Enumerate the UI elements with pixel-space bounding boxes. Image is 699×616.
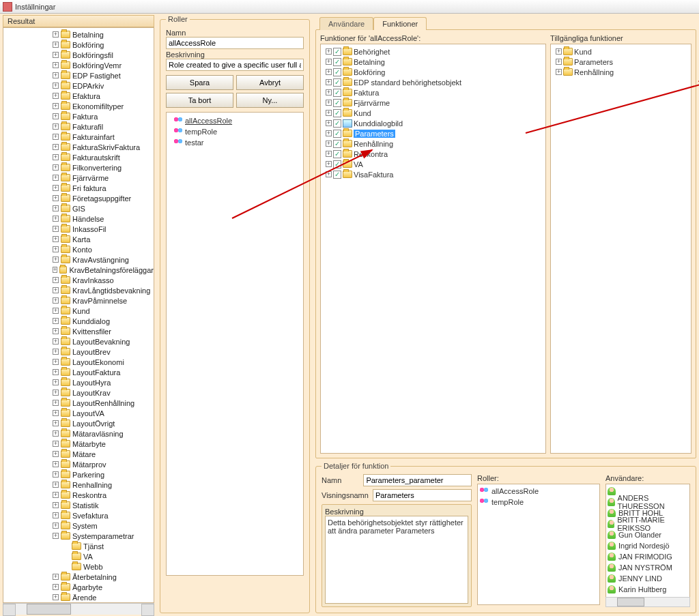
expand-icon[interactable]: + [556,59,562,65]
expand-icon[interactable]: + [53,451,59,457]
expand-icon[interactable]: + [53,523,59,529]
checkbox-icon[interactable] [333,58,341,66]
expand-icon[interactable]: + [556,69,562,75]
det-user-row[interactable]: Ingrid Nordesjö [608,540,688,551]
expand-icon[interactable]: + [326,110,332,116]
assigned-tree[interactable]: +Behörighet+Betalning+Bokföring+EDP stan… [320,44,546,454]
expand-icon[interactable]: + [53,349,59,355]
det-role-row[interactable]: tempRole [479,497,598,508]
expand-icon[interactable]: + [53,195,59,201]
tree-row[interactable]: +Webb [3,561,154,572]
expand-icon[interactable]: + [53,226,59,232]
expand-icon[interactable]: + [53,390,59,396]
save-button[interactable]: Spara [166,75,233,90]
tree-row[interactable]: +LayoutKrav [3,387,154,398]
role-row[interactable]: allAccessRole [169,115,300,126]
tree-row[interactable]: +Mätare [3,449,154,459]
checkbox-icon[interactable] [333,89,341,97]
expand-icon[interactable]: + [53,369,59,375]
checkbox-icon[interactable] [333,130,341,138]
tree-row[interactable]: +Bokföring [3,40,154,50]
expand-icon[interactable]: + [53,267,57,273]
expand-icon[interactable]: + [53,42,59,48]
expand-icon[interactable]: + [53,441,59,447]
expand-icon[interactable]: + [53,502,59,508]
expand-icon[interactable]: + [53,297,59,304]
expand-icon[interactable]: + [53,154,59,160]
delete-button[interactable]: Ta bort [166,93,233,108]
expand-icon[interactable]: + [326,171,332,177]
tree-row[interactable]: +KravAvstängning [3,254,154,265]
tree-row[interactable]: +Bokföringsfil [3,50,154,60]
tree-row[interactable]: +Återbetalning [3,572,154,582]
tree-row[interactable]: +LayoutEkonomi [3,357,154,367]
expand-icon[interactable]: + [53,236,59,242]
tree-row[interactable]: +Kunddialog [3,316,154,326]
expand-icon[interactable]: + [53,93,59,99]
tree-row[interactable]: +Mätarbyte [3,439,154,449]
checkbox-icon[interactable] [333,150,341,158]
expand-icon[interactable]: + [326,79,332,85]
available-tree[interactable]: +Kund+Parameters+Renhållning [550,44,691,454]
tree-row[interactable]: +EDPArkiv [3,80,154,91]
det-roles-list[interactable]: allAccessRoletempRole [477,484,600,605]
expand-icon[interactable]: + [53,533,59,539]
expand-icon[interactable]: + [53,482,59,488]
expand-icon[interactable]: + [53,62,59,68]
tree-row[interactable]: +Fjärrvärme [3,173,154,183]
det-desc-text[interactable]: Detta behörighetsobjektet styr rättighet… [325,516,468,604]
expand-icon[interactable]: + [53,461,59,467]
tree-row[interactable]: +Tjänst [3,541,154,551]
det-name-input[interactable] [363,474,472,486]
expand-icon[interactable]: + [53,379,59,385]
checkbox-icon[interactable] [333,119,341,128]
tree-row[interactable]: +InkassoFil [3,224,154,234]
checkbox-icon[interactable] [333,99,341,107]
tree-row[interactable]: +Karta [3,234,154,244]
tree-row[interactable]: +System [3,520,154,531]
expand-icon[interactable]: + [326,130,332,136]
tree-row[interactable]: +Ägarbyte [3,582,154,592]
tree-row[interactable]: +Mätarprov [3,459,154,469]
tree-row[interactable]: +Betalning [3,29,154,40]
expand-icon[interactable]: + [53,400,59,406]
tree-row[interactable]: +Renhallning [3,480,154,490]
roles-tree[interactable]: allAccessRoletempRoletestar [166,112,304,576]
expand-icon[interactable]: + [53,574,59,580]
tree-row[interactable]: +Fri faktura [3,183,154,193]
det-user-row[interactable]: JENNY LIND [608,573,688,584]
checkbox-icon[interactable] [333,160,341,168]
tree-row[interactable]: +EDP Fastighet [3,70,154,80]
checkbox-icon[interactable] [333,171,341,179]
expand-icon[interactable]: + [326,69,332,75]
checkbox-icon[interactable] [333,109,341,117]
tree-row[interactable]: +KravInkasso [3,275,154,285]
tree-row[interactable]: +Fakturautskrift [3,152,154,162]
function-row[interactable]: +Renhållning [553,67,689,77]
expand-icon[interactable]: + [53,410,59,416]
expand-icon[interactable]: + [556,48,562,55]
new-button[interactable]: Ny... [236,93,304,108]
tree-row[interactable]: +Efaktura [3,91,154,101]
expand-icon[interactable]: + [53,256,59,263]
expand-icon[interactable]: + [53,83,59,89]
expand-icon[interactable]: + [326,120,332,126]
expand-icon[interactable]: + [53,420,59,426]
expand-icon[interactable]: + [326,48,332,55]
tree-row[interactable]: +KravLångtidsbevakning [3,285,154,295]
function-row[interactable]: +Behörighet [323,46,543,57]
tree-row[interactable]: +Fakturainfart [3,132,154,142]
resultat-tree[interactable]: +Betalning+Bokföring+Bokföringsfil+Bokfö… [3,27,154,603]
det-role-row[interactable]: allAccessRole [479,486,598,497]
expand-icon[interactable]: + [53,185,59,191]
tree-row[interactable]: +LayoutÖvrigt [3,418,154,428]
tree-row[interactable]: +Ekonomifiltyper [3,101,154,111]
tree-row[interactable]: +Ärende [3,592,154,602]
function-row[interactable]: +Parameters [553,57,689,67]
tree-row[interactable]: +Kund [3,306,154,316]
expand-icon[interactable]: + [53,318,59,324]
expand-icon[interactable]: + [326,141,332,147]
expand-icon[interactable]: + [53,287,59,293]
expand-icon[interactable]: + [326,151,332,157]
function-row[interactable]: +Bokföring [323,67,543,77]
